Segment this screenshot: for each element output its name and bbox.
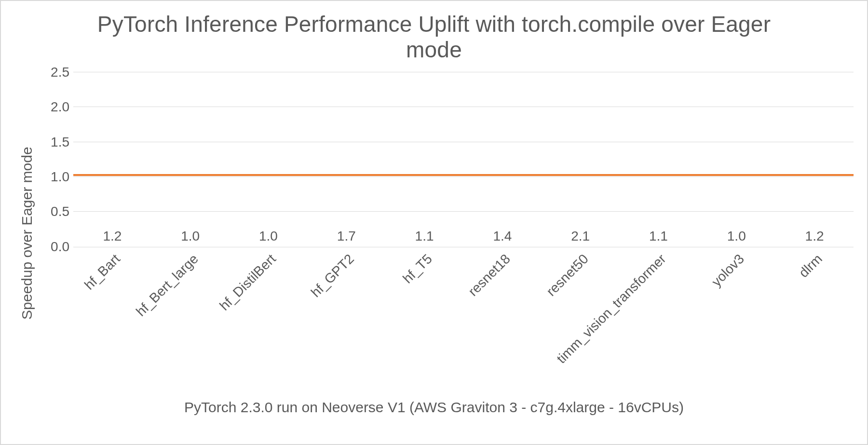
chart-frame: PyTorch Inference Performance Uplift wit…: [0, 0, 868, 445]
bar-value-label: 1.4: [493, 229, 512, 244]
x-tick: yolov3: [697, 251, 775, 396]
y-tick: 2.0: [51, 100, 69, 114]
y-tick: 0.5: [51, 205, 69, 218]
x-tick-label: yolov3: [709, 251, 747, 290]
bar-value-label: 1.1: [649, 229, 668, 244]
plot-area: 1.2 1.0 1.0 1.7: [73, 72, 854, 247]
y-axis-label: Speedup over Eager mode: [14, 69, 40, 397]
bar-value-label: 1.1: [415, 229, 434, 244]
x-tick: resnet18: [463, 251, 542, 396]
bar-value-label: 2.1: [571, 229, 590, 244]
chart-title: PyTorch Inference Performance Uplift wit…: [72, 12, 796, 63]
x-tick: hf_Bert_large: [151, 251, 230, 396]
y-tick: 0.0: [51, 240, 69, 254]
y-axis-ticks: 2.5 2.0 1.5 1.0 0.5 0.0: [40, 72, 73, 247]
bars-container: 1.2 1.0 1.0 1.7: [73, 72, 854, 247]
x-tick-label: hf_GPT2: [308, 251, 357, 300]
bar-value-label: 1.7: [337, 229, 356, 244]
bar-value-label: 1.2: [103, 229, 122, 244]
reference-line: [73, 174, 854, 176]
y-tick: 1.0: [51, 170, 69, 184]
x-tick-label: hf_T5: [400, 251, 435, 286]
x-axis: hf_Bart hf_Bert_large hf_DistilBert hf_G…: [73, 251, 854, 396]
x-tick-label: dlrm: [796, 251, 826, 281]
bar-value-label: 1.2: [805, 229, 824, 244]
bar-value-label: 1.0: [727, 229, 746, 244]
x-tick: hf_Bart: [73, 251, 151, 396]
y-tick: 2.5: [51, 66, 69, 79]
y-tick: 1.5: [51, 135, 69, 149]
chart-subtitle: PyTorch 2.3.0 run on Neoverse V1 (AWS Gr…: [14, 399, 854, 416]
x-tick-label: resnet50: [543, 251, 592, 299]
chart-body: Speedup over Eager mode 2.5 2.0 1.5 1.0 …: [14, 69, 854, 397]
x-tick: hf_T5: [385, 251, 463, 396]
plot-column: 1.2 1.0 1.0 1.7: [73, 69, 854, 397]
bar-value-label: 1.0: [181, 229, 200, 244]
x-tick: timm_vision_transformer: [620, 251, 698, 396]
x-tick-label: hf_Bart: [81, 251, 123, 293]
x-tick-label: resnet18: [465, 251, 514, 299]
x-tick: dlrm: [775, 251, 854, 396]
x-tick: hf_GPT2: [307, 251, 385, 396]
x-tick: hf_DistilBert: [230, 251, 308, 396]
bar-value-label: 1.0: [259, 229, 278, 244]
